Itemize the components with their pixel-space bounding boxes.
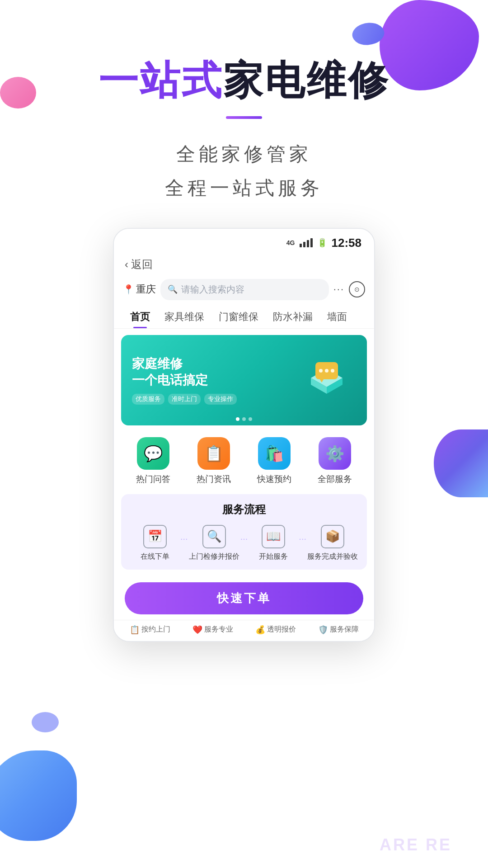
search-placeholder: 请输入搜索内容 — [181, 283, 244, 296]
flow-step-inspect: 🔍 上门检修并报价 — [189, 525, 239, 561]
bottom-watermark: ARE RE — [380, 835, 452, 854]
back-chevron: ‹ — [125, 258, 128, 271]
banner-illustration — [302, 353, 356, 407]
tab-home[interactable]: 首页 — [123, 306, 157, 328]
qa-icon-circle: 💬 — [137, 437, 169, 470]
flow-label-service: 开始服务 — [259, 552, 288, 561]
location-tag[interactable]: 📍 重庆 — [123, 283, 156, 296]
news-label: 热门资讯 — [197, 473, 231, 485]
footer-item-price: 💰 透明报价 — [255, 625, 296, 635]
flow-steps: 📅 在线下单 ··· 🔍 上门检修并报价 ··· 📖 开始服务 ··· 📦 服务… — [130, 525, 358, 561]
hero-subtitle: 全能家修管家 全程一站式服务 — [0, 137, 488, 205]
subtitle-line1: 全能家修管家 — [0, 137, 488, 171]
quick-icon-news[interactable]: 📋 热门资讯 — [197, 437, 231, 485]
location-pin-icon: 📍 — [123, 284, 134, 295]
footer-icon-visit: 📋 — [130, 625, 140, 635]
flow-step-order: 📅 在线下单 — [130, 525, 179, 561]
quick-icon-qa[interactable]: 💬 热门问答 — [136, 437, 170, 485]
footer-label-pro: 服务专业 — [204, 625, 233, 634]
all-icon: ⚙️ — [325, 444, 344, 462]
phone-footer: 📋 按约上门 ❤️ 服务专业 💰 透明报价 🛡️ 服务保障 — [114, 620, 374, 641]
tab-bar: 首页 家具维保 门窗维保 防水补漏 墙面 — [114, 306, 374, 329]
location-text: 重庆 — [136, 283, 156, 296]
flow-icon-inspect: 🔍 — [202, 525, 226, 548]
svg-point-6 — [331, 369, 334, 373]
footer-label-visit: 按约上门 — [141, 625, 170, 634]
back-nav[interactable]: ‹ 返回 — [114, 254, 374, 275]
svg-point-5 — [325, 369, 328, 373]
flow-step-complete: 📦 服务完成并验收 — [307, 525, 358, 561]
quick-icon-all[interactable]: ⚙️ 全部服务 — [318, 437, 352, 485]
tab-waterproof[interactable]: 防水补漏 — [266, 306, 320, 328]
blob-bottom-left — [0, 750, 77, 841]
footer-icon-pro: ❤️ — [192, 625, 202, 635]
signal-bar-2 — [303, 242, 305, 247]
badge-punctual: 准时上门 — [168, 394, 201, 405]
hero-section: 一站式家电维修 全能家修管家 全程一站式服务 — [0, 0, 488, 205]
phone-mockup: 4G 🔋 12:58 ‹ 返回 📍 重庆 🔍 请输入搜索内容 — [113, 228, 375, 642]
back-label: 返回 — [131, 257, 153, 272]
qa-label: 热门问答 — [136, 473, 170, 485]
dot-2 — [242, 417, 246, 421]
flow-step-service: 📖 开始服务 — [249, 525, 298, 561]
signal-bar-3 — [307, 240, 309, 247]
promo-banner: 家庭维修 一个电话搞定 优质服务 准时上门 专业操作 — [121, 335, 367, 425]
banner-title-line2: 一个电话搞定 — [132, 372, 302, 388]
scan-icon[interactable]: ⊙ — [349, 281, 365, 297]
footer-item-visit: 📋 按约上门 — [130, 625, 170, 635]
booking-icon: 🛍️ — [265, 444, 284, 462]
tab-wall[interactable]: 墙面 — [320, 306, 354, 328]
footer-item-pro: ❤️ 服务专业 — [192, 625, 233, 635]
news-icon-circle: 📋 — [197, 437, 230, 470]
footer-item-guarantee: 🛡️ 服务保障 — [318, 625, 359, 635]
dot-3 — [249, 417, 252, 421]
all-label: 全部服务 — [318, 473, 352, 485]
flow-label-inspect: 上门检修并报价 — [189, 552, 239, 561]
signal-bars — [300, 238, 313, 247]
banner-dots — [236, 417, 252, 421]
blob-bottom-left-small — [32, 712, 59, 732]
banner-badges: 优质服务 准时上门 专业操作 — [132, 394, 302, 405]
signal-bar-4 — [310, 238, 313, 247]
quick-icon-booking[interactable]: 🛍️ 快速预约 — [257, 437, 291, 485]
badge-professional: 专业操作 — [204, 394, 237, 405]
footer-icon-price: 💰 — [255, 625, 265, 635]
footer-label-guarantee: 服务保障 — [330, 625, 359, 634]
status-bar: 4G 🔋 12:58 — [114, 229, 374, 254]
quick-icons-row: 💬 热门问答 📋 热门资讯 🛍️ 快速预约 ⚙️ 全部服务 — [114, 430, 374, 490]
more-options-icon[interactable]: ··· — [333, 283, 344, 295]
cta-wrapper: 快速下单 — [114, 576, 374, 620]
signal-bar-1 — [300, 244, 302, 247]
flow-icon-complete: 📦 — [321, 525, 344, 548]
flow-arrow-2: ··· — [240, 533, 248, 553]
booking-label: 快速预约 — [257, 473, 291, 485]
all-icon-circle: ⚙️ — [319, 437, 351, 470]
flow-arrow-1: ··· — [180, 533, 188, 553]
hero-divider — [226, 116, 262, 119]
svg-point-4 — [319, 369, 323, 373]
status-time: 12:58 — [332, 236, 362, 250]
search-box[interactable]: 🔍 请输入搜索内容 — [160, 279, 329, 300]
flow-arrow-3: ··· — [299, 533, 306, 553]
tab-furniture[interactable]: 家具维保 — [157, 306, 211, 328]
flow-icon-service: 📖 — [262, 525, 285, 548]
banner-title: 家庭维修 一个电话搞定 — [132, 356, 302, 389]
badge-quality: 优质服务 — [132, 394, 164, 405]
search-icon: 🔍 — [168, 284, 178, 294]
phone-wrapper: 4G 🔋 12:58 ‹ 返回 📍 重庆 🔍 请输入搜索内容 — [0, 228, 488, 642]
search-row: 📍 重庆 🔍 请输入搜索内容 ··· ⊙ — [114, 275, 374, 306]
banner-text: 家庭维修 一个电话搞定 优质服务 准时上门 专业操作 — [132, 356, 302, 405]
network-indicator: 4G — [286, 239, 295, 246]
news-icon: 📋 — [204, 444, 223, 462]
banner-title-line1: 家庭维修 — [132, 356, 302, 372]
hero-title: 一站式家电维修 — [0, 59, 488, 103]
flow-label-order: 在线下单 — [141, 552, 169, 561]
booking-icon-circle: 🛍️ — [258, 437, 291, 470]
service-flow-title: 服务流程 — [130, 502, 358, 517]
cta-button[interactable]: 快速下单 — [125, 582, 363, 614]
banner-svg — [302, 353, 352, 403]
battery-icon: 🔋 — [317, 238, 327, 248]
service-flow-section: 服务流程 📅 在线下单 ··· 🔍 上门检修并报价 ··· 📖 开始服务 ··· — [121, 494, 367, 570]
dot-1 — [236, 417, 239, 421]
tab-windows[interactable]: 门窗维保 — [211, 306, 266, 328]
